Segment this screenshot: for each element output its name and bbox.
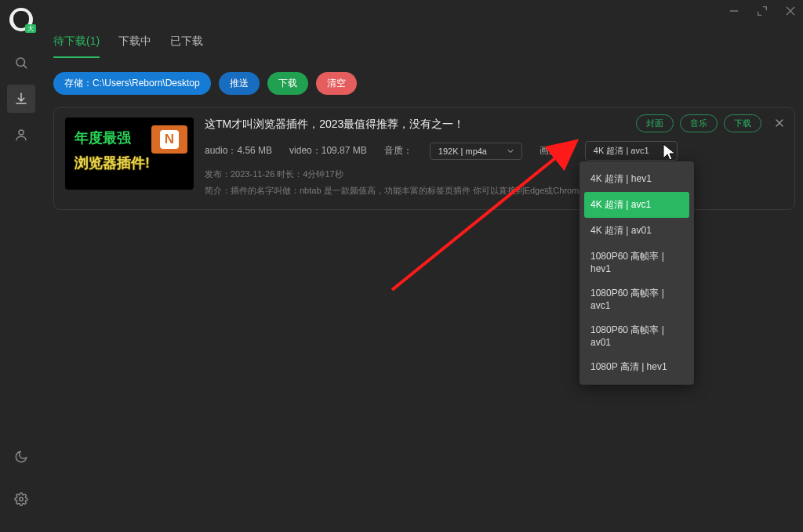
settings-button[interactable] [7, 485, 35, 513]
tab-count: (1) [86, 34, 100, 47]
card-actions: 封面 音乐 下载 [636, 114, 761, 132]
thumb-text-2: 浏览器插件! [74, 154, 150, 172]
tab-pending[interactable]: 待下载(1) [53, 34, 100, 58]
download-button[interactable]: 下载 [724, 114, 761, 132]
tab-downloaded[interactable]: 已下载 [170, 34, 203, 58]
video-thumbnail[interactable]: 年度最强 N 浏览器插件! [65, 118, 194, 190]
cover-button[interactable]: 封面 [636, 114, 674, 132]
meta-row: audio：4.56 MB video：109.87 MB 音质： 192K |… [205, 141, 783, 161]
sidebar-item-download[interactable] [7, 85, 35, 113]
quality-option[interactable]: 4K 超清 | avc1 [584, 192, 689, 218]
tabs: 待下载(1) 下载中 已下载 [53, 34, 795, 58]
theme-toggle[interactable] [7, 443, 35, 471]
thumb-badge: N [160, 130, 179, 149]
thumb-text-1: 年度最强 [74, 128, 131, 147]
download-all-button[interactable]: 下载 [267, 72, 308, 95]
video-quality-label: 画质： [540, 144, 568, 157]
audio-quality-value: 192K | mp4a [438, 147, 487, 156]
audio-quality-label: 音质： [384, 144, 412, 157]
thumb-badge-bg: N [151, 125, 187, 154]
remove-item-button[interactable] [774, 118, 785, 131]
storage-path-button[interactable]: 存储：C:\Users\Reborn\Desktop [53, 72, 211, 95]
quality-option[interactable]: 1080P60 高帧率 | av01 [580, 317, 694, 354]
tab-downloading[interactable]: 下载中 [118, 34, 151, 58]
video-quality-select[interactable]: 4K 超清 | avc1 [585, 141, 678, 161]
audio-size: 4.56 MB [237, 145, 272, 156]
avatar[interactable]: 大 [9, 8, 33, 31]
svg-point-2 [19, 130, 24, 135]
sidebar-item-user[interactable] [7, 121, 35, 149]
avatar-badge: 大 [25, 24, 36, 33]
audio-quality-select[interactable]: 192K | mp4a [430, 143, 522, 160]
quality-option[interactable]: 1080P60 高帧率 | avc1 [580, 280, 694, 317]
push-button[interactable]: 推送 [219, 72, 260, 95]
music-button[interactable]: 音乐 [680, 114, 718, 132]
publish-info: 发布：2023-11-26 时长：4分钟17秒 [205, 168, 783, 180]
tab-label: 待下载 [53, 34, 86, 47]
svg-point-3 [20, 498, 24, 501]
chevron-down-icon [506, 147, 515, 156]
quality-option[interactable]: 1080P 高清 | hev1 [580, 354, 694, 380]
clear-button[interactable]: 清空 [316, 72, 357, 95]
action-row: 存储：C:\Users\Reborn\Desktop 推送 下载 清空 [53, 72, 795, 95]
quality-option[interactable]: 4K 超清 | av01 [580, 218, 694, 244]
video-quality-dropdown[interactable]: 4K 超清 | hev14K 超清 | avc14K 超清 | av011080… [580, 161, 694, 385]
quality-option[interactable]: 4K 超清 | hev1 [580, 166, 694, 192]
video-size: 109.87 MB [322, 145, 367, 156]
sidebar-item-search[interactable] [7, 49, 35, 77]
download-icon [14, 92, 28, 106]
search-icon [14, 56, 28, 70]
svg-line-1 [24, 65, 26, 67]
video-quality-value: 4K 超清 | avc1 [594, 145, 649, 157]
moon-icon [14, 450, 28, 464]
gear-icon [14, 492, 28, 506]
quality-option[interactable]: 1080P60 高帧率 | hev1 [580, 244, 694, 280]
user-icon [14, 128, 28, 142]
close-icon [774, 118, 785, 128]
sidebar: 大 [0, 0, 42, 532]
chevron-up-icon [661, 147, 670, 156]
